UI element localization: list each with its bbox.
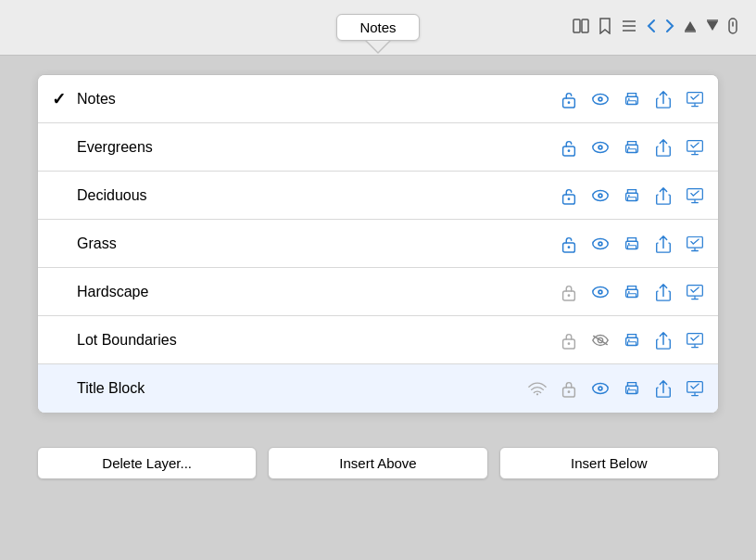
bottom-buttons: Delete Layer... Insert Above Insert Belo…	[0, 432, 756, 494]
svg-line-87	[693, 336, 699, 340]
layer-list: ✓ Notes Evergre	[38, 75, 718, 413]
checkmark-notes: ✓	[52, 89, 66, 109]
visibility-icon-deciduous[interactable]	[586, 182, 614, 210]
print-icon-title-block[interactable]	[618, 375, 646, 402]
layer-name-lot-boundaries: Lot Boundaries	[73, 332, 555, 349]
share-icon-evergreens[interactable]	[649, 134, 677, 161]
layer-row-grass[interactable]: Grass	[38, 220, 718, 268]
layer-name-hardscape: Hardscape	[73, 284, 555, 300]
share-icon-grass[interactable]	[649, 230, 677, 258]
lock-icon-notes[interactable]	[555, 85, 583, 113]
svg-point-64	[568, 294, 571, 297]
svg-rect-0	[573, 19, 580, 32]
svg-line-75	[693, 287, 699, 292]
svg-point-41	[599, 194, 601, 196]
share-icon-deciduous[interactable]	[649, 182, 677, 210]
insert-above-button[interactable]: Insert Above	[268, 447, 487, 479]
present-icon-evergreens[interactable]	[681, 134, 709, 161]
present-icon-title-block[interactable]	[681, 375, 709, 402]
present-icon-grass[interactable]	[681, 230, 709, 258]
notes-tab-button[interactable]: Notes	[336, 14, 419, 41]
share-icon-hardscape[interactable]	[649, 278, 677, 306]
lock-icon-grass[interactable]	[555, 230, 583, 258]
svg-point-88	[536, 393, 538, 395]
layer-name-grass: Grass	[73, 235, 555, 252]
layer-row-evergreens[interactable]: Evergreens	[38, 123, 718, 172]
lock-icon-hardscape[interactable]	[555, 278, 583, 306]
print-icon-lot-boundaries[interactable]	[618, 326, 646, 354]
svg-line-23	[693, 95, 699, 99]
svg-point-70	[628, 291, 630, 293]
wireless-icon-title-block[interactable]	[523, 375, 551, 402]
svg-point-82	[628, 339, 630, 341]
svg-point-57	[628, 243, 630, 245]
svg-line-36	[693, 143, 699, 147]
svg-line-101	[693, 384, 699, 388]
layer-icons-notes	[555, 85, 709, 113]
svg-line-49	[693, 191, 699, 196]
svg-point-54	[599, 242, 601, 244]
delete-layer-button[interactable]: Delete Layer...	[37, 447, 257, 479]
columns-icon[interactable]	[573, 19, 589, 37]
triangle-down-icon[interactable]	[706, 19, 719, 36]
chevron-right-icon[interactable]	[665, 19, 674, 37]
svg-point-12	[568, 101, 571, 104]
triangle-up-icon[interactable]	[684, 19, 697, 36]
print-icon-deciduous[interactable]	[618, 182, 646, 210]
bookmark-icon[interactable]	[598, 18, 611, 38]
lock-icon-lot-boundaries[interactable]	[555, 326, 583, 354]
visibility-icon-lot-boundaries[interactable]	[586, 326, 614, 354]
svg-rect-1	[582, 19, 588, 32]
layer-name-evergreens: Evergreens	[73, 139, 555, 156]
layer-name-title-block: Title Block	[73, 380, 523, 397]
print-icon-notes[interactable]	[618, 85, 646, 113]
print-icon-grass[interactable]	[618, 230, 646, 258]
visibility-icon-title-block[interactable]	[586, 375, 614, 402]
visibility-icon-hardscape[interactable]	[586, 278, 614, 306]
svg-point-38	[568, 197, 571, 200]
present-icon-notes[interactable]	[681, 85, 709, 113]
lock-icon-title-block[interactable]	[555, 375, 583, 402]
layer-icons-lot-boundaries	[555, 326, 709, 354]
check-col-notes: ✓	[44, 89, 73, 109]
layer-row-title-block[interactable]: Title Block	[38, 364, 718, 413]
insert-below-button[interactable]: Insert Below	[499, 447, 719, 479]
svg-point-25	[568, 149, 571, 152]
svg-marker-5	[685, 21, 696, 31]
share-icon-lot-boundaries[interactable]	[649, 326, 677, 354]
scroll-icon[interactable]	[728, 18, 737, 38]
present-icon-lot-boundaries[interactable]	[681, 326, 709, 354]
layer-icons-hardscape	[555, 278, 709, 306]
layer-row-lot-boundaries[interactable]: Lot Boundaries	[38, 316, 718, 364]
visibility-icon-evergreens[interactable]	[586, 134, 614, 161]
svg-point-15	[599, 97, 601, 99]
print-icon-hardscape[interactable]	[618, 278, 646, 306]
present-icon-hardscape[interactable]	[681, 278, 709, 306]
toolbar-icons	[573, 18, 737, 38]
svg-point-67	[599, 290, 601, 292]
lock-icon-evergreens[interactable]	[555, 134, 583, 161]
layer-icons-deciduous	[555, 182, 709, 210]
toolbar: Notes	[0, 0, 756, 56]
lock-icon-deciduous[interactable]	[555, 182, 583, 210]
svg-point-77	[568, 342, 571, 345]
layer-row-deciduous[interactable]: Deciduous	[38, 172, 718, 220]
visibility-icon-grass[interactable]	[586, 230, 614, 258]
chevron-left-icon[interactable]	[647, 19, 656, 37]
present-icon-deciduous[interactable]	[681, 182, 709, 210]
print-icon-evergreens[interactable]	[618, 134, 646, 161]
layer-icons-title-block	[523, 375, 709, 402]
visibility-icon-notes[interactable]	[586, 85, 614, 113]
svg-point-51	[568, 246, 571, 248]
svg-point-90	[568, 390, 571, 393]
tab-pointer	[365, 41, 391, 54]
svg-point-44	[628, 195, 630, 197]
list-icon[interactable]	[621, 19, 637, 36]
svg-point-31	[628, 146, 630, 148]
layer-icons-evergreens	[555, 134, 709, 161]
svg-point-28	[599, 146, 601, 147]
layer-row-hardscape[interactable]: Hardscape	[38, 268, 718, 316]
share-icon-notes[interactable]	[649, 85, 677, 113]
layer-row-notes[interactable]: ✓ Notes	[38, 75, 718, 123]
share-icon-title-block[interactable]	[649, 375, 677, 402]
